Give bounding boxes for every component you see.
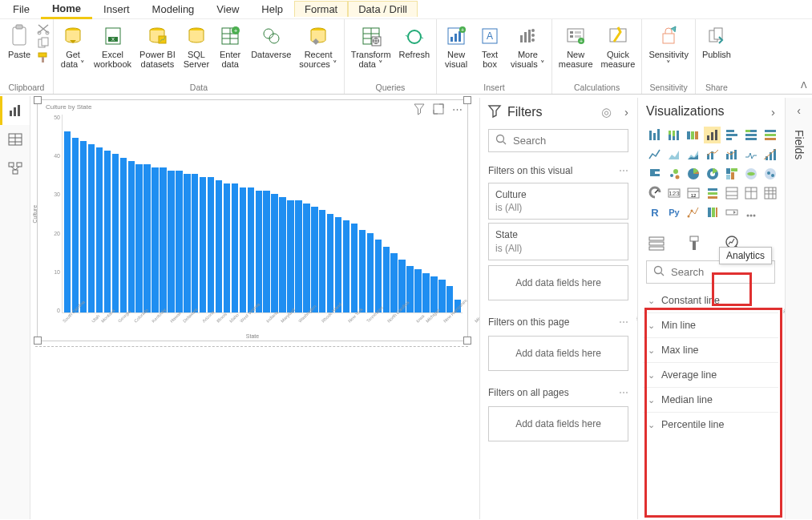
more-icon[interactable]: ⋯ (619, 387, 628, 398)
bar[interactable] (72, 138, 79, 312)
paste-button[interactable]: Paste (3, 21, 35, 72)
viz-type-button[interactable]: 123 (665, 184, 682, 201)
ribbon-button[interactable]: +Newmeasure (555, 21, 596, 72)
filter-card[interactable]: Stateis (All) (488, 223, 628, 260)
add-filter-dropzone[interactable]: Add data fields here (488, 265, 628, 300)
resize-handle[interactable] (463, 96, 471, 104)
menu-file[interactable]: File (2, 1, 41, 18)
bar[interactable] (422, 273, 429, 312)
viz-type-button[interactable] (646, 184, 663, 201)
ribbon-button[interactable]: Dataverse (248, 21, 294, 72)
bar[interactable] (343, 220, 349, 312)
viz-type-button[interactable] (762, 146, 778, 163)
viz-type-button[interactable] (723, 184, 740, 201)
resize-handle[interactable] (34, 96, 42, 104)
more-icon[interactable]: ⋯ (619, 316, 628, 328)
viz-type-button[interactable] (665, 127, 682, 143)
bar[interactable] (192, 174, 198, 312)
filters-search[interactable] (488, 129, 628, 152)
ribbon-button[interactable]: SQLServer (180, 21, 212, 72)
viz-type-button[interactable] (742, 127, 759, 143)
bar[interactable] (135, 164, 142, 312)
viz-type-button[interactable] (685, 146, 701, 163)
bar[interactable] (216, 180, 222, 312)
viz-type-button[interactable] (685, 204, 701, 220)
bar[interactable] (160, 167, 166, 312)
viz-type-button[interactable] (723, 127, 740, 143)
bar[interactable] (112, 154, 119, 312)
viz-type-button[interactable] (646, 165, 663, 182)
bar[interactable] (256, 191, 262, 312)
filter-card[interactable]: Cultureis (All) (488, 183, 628, 220)
data-view-button[interactable] (0, 125, 30, 154)
copy-icon[interactable] (37, 38, 50, 50)
bar[interactable] (168, 171, 174, 312)
cut-icon[interactable] (37, 23, 50, 36)
viz-type-button[interactable] (723, 165, 740, 182)
menu-home[interactable]: Home (41, 0, 92, 19)
format-painter-icon[interactable] (37, 52, 50, 65)
viz-type-button[interactable] (762, 184, 778, 201)
bar[interactable] (303, 204, 309, 312)
menu-data-drill[interactable]: Data / Drill (348, 1, 418, 17)
menu-modeling[interactable]: Modeling (141, 1, 206, 18)
bar[interactable] (390, 253, 397, 312)
bar[interactable] (208, 177, 214, 312)
bar[interactable] (88, 144, 95, 312)
bar[interactable] (176, 171, 182, 312)
viz-type-button[interactable]: R (646, 204, 663, 220)
bar[interactable] (438, 280, 445, 312)
report-canvas[interactable]: ⋯ Culture by State Culture 50403020100 S… (32, 98, 478, 519)
bar[interactable] (351, 224, 358, 312)
bar[interactable] (319, 210, 325, 312)
viz-type-button[interactable] (742, 165, 759, 182)
fields-pane-collapsed[interactable]: ‹ Fields (785, 98, 812, 519)
ribbon-button[interactable]: Power BIdatasets (136, 21, 179, 72)
bar[interactable] (128, 161, 135, 312)
model-view-button[interactable] (0, 154, 30, 183)
format-tab[interactable] (685, 233, 705, 254)
menu-format[interactable]: Format (294, 1, 348, 17)
viz-type-button[interactable] (704, 127, 721, 143)
bar[interactable] (414, 269, 421, 312)
ribbon-button[interactable]: +Newvisual (440, 21, 472, 72)
ribbon-button[interactable]: +Enterdata (214, 21, 246, 72)
viz-type-button[interactable] (665, 146, 682, 163)
bar[interactable] (120, 158, 127, 312)
menu-help[interactable]: Help (250, 1, 294, 18)
ribbon-button[interactable]: Refresh (396, 21, 434, 72)
ribbon-button[interactable]: XExcelworkbook (91, 21, 135, 72)
bar[interactable] (367, 233, 374, 312)
collapse-icon[interactable]: › (771, 105, 775, 119)
ribbon-button[interactable]: Transformdata ˅ (348, 21, 394, 72)
menu-insert[interactable]: Insert (92, 1, 141, 18)
viz-type-button[interactable] (685, 127, 701, 143)
ribbon-button[interactable]: ATextbox (474, 21, 506, 72)
viz-type-button[interactable] (665, 165, 682, 182)
viz-type-button[interactable] (762, 127, 778, 143)
report-view-button[interactable] (0, 96, 30, 125)
visual-frame[interactable]: ⋯ Culture by State Culture 50403020100 S… (37, 99, 468, 341)
bar[interactable] (446, 286, 453, 312)
viz-type-button[interactable] (704, 165, 721, 182)
ribbon-button[interactable]: Quickmeasure (598, 21, 639, 72)
add-filter-dropzone[interactable]: Add data fields here (488, 406, 628, 441)
bar[interactable] (271, 194, 277, 312)
viz-type-button[interactable] (704, 204, 721, 220)
collapse-icon[interactable]: › (624, 105, 628, 119)
viz-type-button[interactable] (646, 146, 663, 163)
bar[interactable] (335, 217, 341, 312)
viz-type-button[interactable] (742, 204, 759, 220)
viz-type-button[interactable] (704, 184, 721, 201)
bar[interactable] (151, 167, 158, 312)
bar[interactable] (224, 183, 230, 312)
bar[interactable] (287, 200, 293, 312)
viz-type-button[interactable] (762, 165, 778, 182)
bar[interactable] (200, 177, 206, 312)
viz-type-button[interactable] (685, 165, 701, 182)
bar[interactable] (295, 200, 301, 312)
bar[interactable] (327, 214, 333, 313)
bar[interactable] (279, 197, 285, 312)
viz-type-button[interactable]: Py (665, 204, 682, 220)
more-icon[interactable]: ⋯ (619, 165, 628, 176)
